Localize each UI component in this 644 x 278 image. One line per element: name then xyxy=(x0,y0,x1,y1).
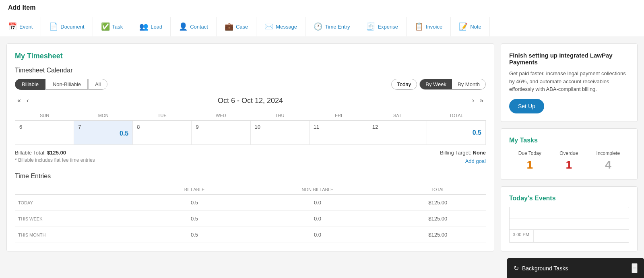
event-row-empty-1 xyxy=(510,207,629,218)
day-num-mon: 7 xyxy=(78,124,128,130)
billable-total-value: $125.00 xyxy=(47,150,66,156)
col-wed: WED xyxy=(192,111,250,121)
billing-right: Billing Target: None xyxy=(440,150,486,156)
overdue-value: 1 xyxy=(559,159,578,171)
filter-all[interactable]: All xyxy=(88,79,107,90)
due-today-value: 1 xyxy=(518,159,541,171)
event-content xyxy=(534,230,629,242)
billing-target-label: Billing Target: xyxy=(440,150,471,156)
table-row: 6 7 0.5 8 9 10 11 xyxy=(15,121,486,145)
tab-message[interactable]: ✉️ Message xyxy=(256,17,305,37)
view-by-month[interactable]: By Month xyxy=(452,79,485,89)
entries-table: BILLABLE NON-BILLABLE TOTAL TODAY 0.5 0.… xyxy=(15,185,486,243)
filter-non-billable[interactable]: Non-Billable xyxy=(46,79,88,90)
tab-case-label: Case xyxy=(236,24,248,30)
day-value-mon: 0.5 xyxy=(78,130,128,137)
entry-period-today: TODAY xyxy=(15,195,144,211)
entry-non-billable-today: 0.0 xyxy=(245,195,390,211)
table-row: TODAY 0.5 0.0 $125.00 xyxy=(15,195,486,211)
overdue-label: Overdue xyxy=(559,150,578,156)
entries-header-row: BILLABLE NON-BILLABLE TOTAL xyxy=(15,185,486,195)
col-sat: SAT xyxy=(368,111,427,121)
day-wed[interactable]: 9 xyxy=(192,121,250,145)
cal-next-week-button[interactable]: › xyxy=(470,95,477,106)
day-mon[interactable]: 7 0.5 xyxy=(74,121,133,145)
tab-event[interactable]: 📅 Event xyxy=(0,17,41,37)
tab-event-label: Event xyxy=(19,24,33,30)
day-fri[interactable]: 11 xyxy=(309,121,368,145)
billing-info: Billable Total: $125.00 Billing Target: … xyxy=(15,150,486,156)
entries-col-billable: BILLABLE xyxy=(144,185,246,195)
setup-button[interactable]: Set Up xyxy=(509,99,544,113)
day-tue[interactable]: 8 xyxy=(133,121,192,145)
tab-expense-label: Expense xyxy=(378,24,398,30)
events-content: 3:00 PM xyxy=(509,207,629,243)
tab-invoice[interactable]: 📋 Invoice xyxy=(407,17,451,37)
today-button[interactable]: Today xyxy=(391,79,417,90)
tab-task[interactable]: ✅ Task xyxy=(93,17,132,37)
entry-total-month: $125.00 xyxy=(390,227,486,243)
tab-time-entry[interactable]: 🕐 Time Entry xyxy=(305,17,358,37)
incomplete-value: 4 xyxy=(597,159,620,171)
tab-invoice-label: Invoice xyxy=(426,24,442,30)
calendar-subtitle: Timesheet Calendar xyxy=(15,67,486,74)
entry-total-week: $125.00 xyxy=(390,211,486,227)
invoice-icon: 📋 xyxy=(415,22,423,31)
event-time: 3:00 PM xyxy=(510,230,534,242)
filter-billable[interactable]: Billable xyxy=(15,79,45,90)
nav-tabs: 📅 Event 📄 Document ✅ Task 👥 Lead 👤 Conta… xyxy=(0,17,644,37)
day-num-sat: 12 xyxy=(372,124,423,130)
day-num-wed: 9 xyxy=(196,124,246,130)
billing-target-value: None xyxy=(473,150,486,156)
entry-billable-month: 0.5 xyxy=(144,227,246,243)
filter-right: Today By Week By Month xyxy=(391,79,486,90)
incomplete-stat: Incomplete 4 xyxy=(597,150,620,171)
my-tasks-card: My Tasks Due Today 1 Overdue 1 Incomplet… xyxy=(501,128,638,180)
cal-prev-year-button[interactable]: « xyxy=(15,95,23,106)
cal-nav-left: « ‹ xyxy=(15,95,31,106)
day-num-sun: 6 xyxy=(19,124,70,130)
time-entries-title: Time Entries xyxy=(15,173,486,180)
right-panel: Finish setting up Integrated LawPay Paym… xyxy=(501,43,638,251)
col-total: TOTAL xyxy=(427,111,485,121)
day-thu[interactable]: 10 xyxy=(250,121,309,145)
incomplete-label: Incomplete xyxy=(597,150,620,156)
tab-contact-label: Contact xyxy=(190,24,208,30)
week-total: 0.5 xyxy=(427,121,485,145)
tab-lead[interactable]: 👥 Lead xyxy=(131,17,171,37)
entry-total-today: $125.00 xyxy=(390,195,486,211)
task-icon: ✅ xyxy=(101,22,110,31)
tab-expense[interactable]: 🧾 Expense xyxy=(358,17,407,37)
add-goal-link[interactable]: Add goal xyxy=(465,158,486,164)
day-num-fri: 11 xyxy=(314,124,364,130)
day-num-thu: 10 xyxy=(255,124,305,130)
tab-case[interactable]: 💼 Case xyxy=(217,17,256,37)
contact-icon: 👤 xyxy=(179,22,188,31)
day-sat[interactable]: 12 xyxy=(368,121,427,145)
time-entry-icon: 🕐 xyxy=(314,22,322,31)
lawpay-title: Finish setting up Integrated LawPay Paym… xyxy=(509,52,629,66)
todays-events-card: Today's Events 3:00 PM xyxy=(501,186,638,252)
cal-next-year-button[interactable]: » xyxy=(477,95,486,106)
tab-contact[interactable]: 👤 Contact xyxy=(171,17,217,37)
billing-left: Billable Total: $125.00 xyxy=(15,150,66,156)
day-num-tue: 8 xyxy=(137,124,187,130)
table-row: THIS MONTH 0.5 0.0 $125.00 xyxy=(15,227,486,243)
cal-prev-week-button[interactable]: ‹ xyxy=(24,95,31,106)
view-by-week[interactable]: By Week xyxy=(420,79,452,89)
event-row-empty-2 xyxy=(510,218,629,230)
tab-document[interactable]: 📄 Document xyxy=(41,17,93,37)
due-today-stat: Due Today 1 xyxy=(518,150,541,171)
day-sun[interactable]: 6 xyxy=(15,121,74,145)
tab-note[interactable]: 📝 Note xyxy=(451,17,489,37)
calendar-grid: SUN MON TUE WED THU FRI SAT TOTAL 6 7 xyxy=(15,111,486,145)
entry-period-month: THIS MONTH xyxy=(15,227,144,243)
table-row: THIS WEEK 0.5 0.0 $125.00 xyxy=(15,211,486,227)
entries-col-total: TOTAL xyxy=(390,185,486,195)
tab-time-entry-label: Time Entry xyxy=(325,24,350,30)
billable-total-label: Billable Total: xyxy=(15,150,45,156)
entry-billable-week: 0.5 xyxy=(144,211,246,227)
lead-icon: 👥 xyxy=(139,22,148,31)
entries-col-non-billable: NON-BILLABLE xyxy=(245,185,390,195)
col-tue: TUE xyxy=(133,111,192,121)
